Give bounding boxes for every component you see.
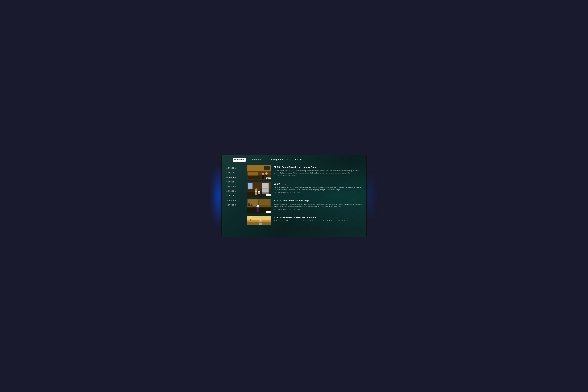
meta-dot — [290, 176, 291, 176]
episode-duration-e9: 43m — [274, 192, 276, 194]
tv-screen: ⌃ Episodes Schedule You May Also Like Ex… — [221, 155, 367, 237]
content-area: SEASON 1 SEASON 2 SEASON 3 SEASON 4 SEAS… — [222, 164, 366, 236]
episode-thumbnail-e10: bravo — [247, 199, 271, 214]
episode-rating-e8: TV14 — [292, 175, 295, 177]
sidebar-item-season8[interactable]: SEASON 8 — [226, 199, 244, 201]
meta-dot — [296, 176, 296, 176]
svg-rect-6 — [262, 175, 264, 179]
svg-rect-29 — [251, 204, 252, 206]
svg-point-7 — [265, 172, 268, 175]
episode-desc-e9: Leon commits a big faux pas by ignoring … — [274, 186, 363, 191]
up-icon[interactable]: ⌃ — [226, 158, 228, 161]
sidebar-item-season5[interactable]: SEASON 5 — [226, 186, 244, 188]
meta-dot — [290, 209, 291, 210]
episode-desc-e8: The crew enjoys a day off with an island… — [274, 170, 363, 174]
episode-thumbnail-e11 — [247, 216, 271, 225]
tab-extras[interactable]: Extras — [294, 158, 304, 162]
episode-network-e8: Bravo — [297, 175, 300, 177]
tv-wrapper: ⌃ Episodes Schedule You May Also Like Ex… — [221, 155, 367, 237]
episode-row[interactable]: bravo S3 E10 - What Took You So Long? Ca… — [247, 199, 363, 214]
sidebar-item-season7[interactable]: SEASON 7 — [226, 195, 244, 197]
svg-rect-37 — [250, 219, 251, 221]
svg-point-18 — [255, 188, 258, 192]
sidebar-item-season6[interactable]: SEASON 6 — [226, 190, 244, 192]
episode-meta-e10: 54m Airdate: 10/27/2015 TV14 Bravo — [274, 209, 363, 210]
episode-meta-e9: 43m Airdate: 10/20/2015 TV14 Bravo — [274, 192, 363, 194]
episode-duration-e10: 54m — [274, 209, 276, 210]
episode-thumbnail-e8: bravo — [247, 165, 271, 180]
episode-thumbnail-e9: bravo — [247, 182, 271, 197]
episode-airdate-e10: Airdate: 10/27/2015 — [278, 209, 290, 210]
svg-rect-32 — [256, 207, 260, 212]
episode-airdate-e8: Airdate: 10/13/2015 — [278, 175, 290, 177]
sidebar-item-season9[interactable]: SEASON 9 — [226, 204, 244, 206]
svg-rect-19 — [255, 192, 257, 195]
meta-dot — [277, 209, 278, 210]
sidebar-item-season4[interactable]: SEASON 4 — [226, 181, 244, 183]
episode-info-e10: S3 E10 - What Took You So Long? Captain … — [274, 199, 363, 210]
episode-title-e8: S3 E8 - Boom Boom in the Laundry Room — [274, 166, 363, 169]
meta-dot — [277, 192, 278, 193]
episode-rating-e10: TV14 — [292, 209, 295, 210]
tab-episodes[interactable]: Episodes — [232, 158, 246, 162]
svg-rect-21 — [258, 191, 260, 194]
svg-point-31 — [256, 205, 260, 208]
svg-point-20 — [258, 188, 260, 191]
meta-dot — [296, 209, 296, 210]
nav-bar: ⌃ Episodes Schedule You May Also Like Ex… — [222, 156, 366, 164]
episode-desc-e11: Cynthia Bailey and Claudia Jordan board … — [274, 220, 363, 222]
meta-dot — [277, 176, 278, 176]
svg-rect-28 — [248, 204, 250, 206]
meta-dot — [296, 192, 296, 193]
bravo-badge-e9: bravo — [266, 194, 270, 196]
episode-network-e9: Bravo — [297, 192, 300, 194]
episode-title-e11: S3 E11 - The Real Housewives of Atlanta — [274, 216, 363, 219]
svg-rect-17 — [262, 189, 268, 194]
svg-point-5 — [262, 173, 264, 176]
sidebar: SEASON 1 SEASON 2 SEASON 3 SEASON 4 SEAS… — [222, 164, 246, 236]
episode-duration-e8: 43m — [274, 175, 276, 177]
episode-row[interactable]: bravo S3 E8 - Boom Boom in the Laundry R… — [247, 165, 363, 180]
tab-schedule[interactable]: Schedule — [250, 158, 263, 162]
episode-airdate-e9: Airdate: 10/20/2015 — [278, 192, 290, 194]
bravo-badge-e10: bravo — [266, 211, 270, 213]
sidebar-item-season2[interactable]: SEASON 2 — [226, 172, 244, 174]
episode-info-e11: S3 E11 - The Real Housewives of Atlanta … — [274, 216, 363, 223]
episode-desc-e10: Captain Lee questions the cause of the g… — [274, 203, 363, 208]
episode-info-e9: S3 E9 - Fire! Leon commits a big faux pa… — [274, 182, 363, 194]
tab-you-may-also-like[interactable]: You May Also Like — [267, 158, 290, 162]
episode-title-e9: S3 E9 - Fire! — [274, 182, 363, 186]
svg-rect-4 — [248, 172, 258, 176]
svg-rect-26 — [259, 200, 270, 205]
episode-row-partial[interactable]: S3 E11 - The Real Housewives of Atlanta … — [247, 216, 363, 225]
sidebar-item-season3[interactable]: SEASON 3 — [226, 176, 244, 178]
meta-dot — [290, 192, 291, 193]
svg-rect-30 — [253, 204, 256, 206]
episode-row[interactable]: bravo S3 E9 - Fire! Leon commits a big f… — [247, 182, 363, 197]
svg-rect-39 — [259, 223, 262, 225]
episode-network-e10: Bravo — [297, 209, 300, 210]
episode-rating-e9: TV14 — [292, 192, 295, 194]
svg-rect-16 — [262, 183, 268, 188]
episode-title-e10: S3 E10 - What Took You So Long? — [274, 199, 363, 202]
svg-rect-2 — [264, 166, 270, 170]
episode-info-e8: S3 E8 - Boom Boom in the Laundry Room Th… — [274, 165, 363, 177]
svg-rect-9 — [248, 176, 260, 179]
bravo-badge-e8: bravo — [266, 178, 270, 179]
episodes-list: bravo S3 E8 - Boom Boom in the Laundry R… — [246, 164, 366, 236]
sidebar-item-season1[interactable]: SEASON 1 — [226, 167, 244, 169]
episode-meta-e8: 43m Airdate: 10/13/2015 TV14 Bravo — [274, 175, 363, 177]
